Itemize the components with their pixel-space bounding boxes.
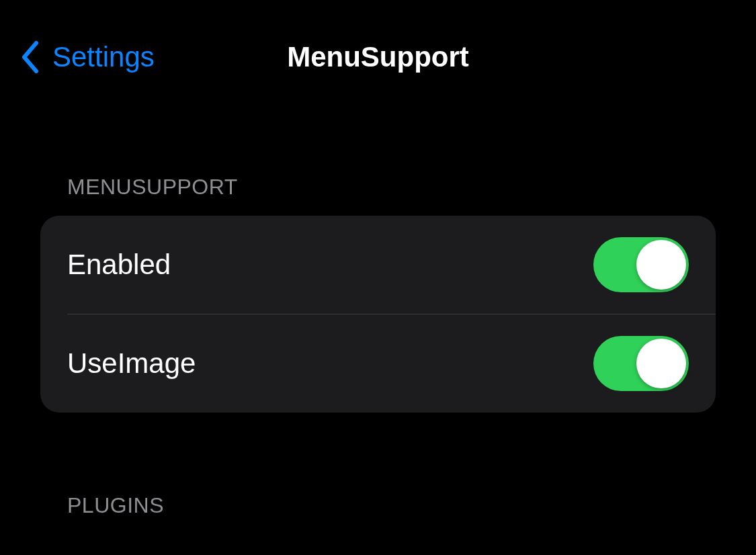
settings-group-menusupport: Enabled UseImage xyxy=(40,216,716,413)
row-label-useimage: UseImage xyxy=(67,347,196,380)
back-button[interactable]: Settings xyxy=(16,40,155,74)
row-enabled: Enabled xyxy=(40,216,716,314)
row-label-enabled: Enabled xyxy=(67,249,171,281)
section-header-plugins: PLUGINS xyxy=(0,493,756,534)
navigation-bar: Settings MenuSupport xyxy=(0,0,756,94)
section-header-menusupport: MENUSUPPORT xyxy=(0,175,756,216)
toggle-knob xyxy=(636,240,686,290)
toggle-useimage[interactable] xyxy=(593,336,689,391)
toggle-knob xyxy=(636,339,686,388)
back-label: Settings xyxy=(52,41,155,73)
row-useimage: UseImage xyxy=(40,314,716,413)
chevron-left-icon xyxy=(20,40,40,74)
toggle-enabled[interactable] xyxy=(593,237,689,292)
